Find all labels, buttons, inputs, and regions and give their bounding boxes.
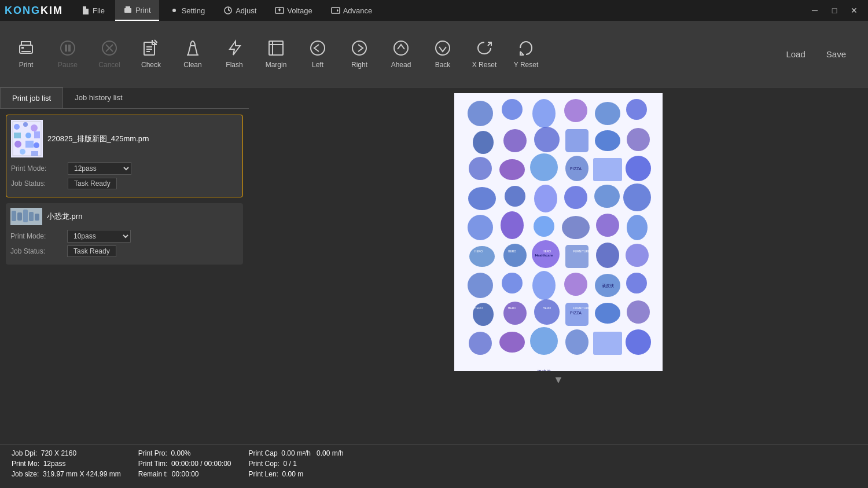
svg-point-91 — [499, 332, 525, 353]
svg-point-52 — [595, 130, 620, 151]
svg-point-67 — [501, 211, 524, 239]
svg-text:FURNITURE: FURNITURE — [573, 306, 591, 310]
job-card-1[interactable]: 220825_排版新图_425mm.prn Print Mode: 12pass… — [6, 115, 243, 197]
svg-rect-39 — [29, 212, 34, 221]
svg-point-50 — [534, 127, 560, 152]
nav-file[interactable]: File — [72, 0, 113, 21]
tab-job-history[interactable]: Job history list — [63, 87, 134, 108]
svg-point-28 — [25, 133, 31, 138]
svg-rect-51 — [565, 129, 589, 152]
load-button[interactable]: Load — [781, 47, 810, 61]
svg-point-81 — [564, 273, 587, 296]
time-row: Print Tim: 00:00:00 / 00:00:00 — [138, 460, 231, 468]
svg-point-68 — [534, 216, 554, 237]
left-button[interactable]: Left — [297, 28, 338, 80]
svg-point-71 — [627, 215, 648, 240]
svg-text:PIZZA: PIZZA — [570, 311, 582, 315]
print-button[interactable]: Print — [6, 28, 46, 80]
svg-point-49 — [503, 129, 527, 152]
titlebar: KONGKIM File Print Setting Adjust Voltag… — [0, 0, 868, 21]
clean-icon — [183, 39, 202, 57]
job-status-row-2: Job Status: Task Ready — [10, 245, 238, 257]
advance-icon — [331, 6, 340, 15]
svg-point-89 — [627, 300, 650, 324]
svg-point-95 — [626, 329, 651, 355]
job-list: 220825_排版新图_425mm.prn Print Mode: 12pass… — [0, 109, 249, 270]
svg-point-33 — [20, 149, 25, 155]
svg-point-65 — [623, 184, 651, 211]
job-mode-select-1[interactable]: 12pass 10pass 8pass — [68, 162, 131, 175]
svg-point-64 — [594, 185, 620, 208]
job-header-1: 220825_排版新图_425mm.prn — [11, 120, 238, 157]
svg-point-70 — [596, 214, 619, 237]
status-col-1: Job Dpi: 720 X 2160 Print Mo: 12pass Job… — [12, 449, 121, 488]
svg-rect-75 — [565, 245, 589, 268]
job-mode-select-2[interactable]: 10pass 12pass 8pass — [67, 230, 131, 243]
cancel-icon — [100, 39, 119, 57]
svg-point-77 — [626, 244, 649, 267]
right-icon — [350, 39, 369, 57]
cap-row: Print Cap 0.00 m²/h 0.00 m/h — [249, 449, 344, 457]
job-status-1: Task Ready — [68, 178, 117, 189]
setting-icon — [170, 6, 179, 15]
titlebar-controls: ─ □ ✕ — [806, 2, 863, 19]
yreset-icon — [517, 39, 535, 57]
tab-print-job-list[interactable]: Print job list — [0, 87, 63, 108]
svg-point-44 — [532, 99, 556, 128]
back-button[interactable]: Back — [422, 28, 463, 80]
canvas-area: Healthcare HERO HERO HERO FURNITURE HERO… — [249, 87, 868, 438]
svg-point-73 — [503, 244, 527, 267]
svg-text:HERO: HERO — [508, 249, 517, 253]
nav-adjust[interactable]: Adjust — [215, 0, 264, 21]
minimize-button[interactable]: ─ — [806, 2, 824, 19]
status-col-2: Print Pro: 0.00% Print Tim: 00:00:00 / 0… — [138, 449, 231, 488]
job-title-1: 220825_排版新图_425mm.prn — [47, 134, 149, 144]
cancel-button[interactable]: Cancel — [89, 28, 130, 80]
status-col-3: Print Cap 0.00 m²/h 0.00 m/h Print Cop: … — [249, 449, 344, 488]
flash-button[interactable]: Flash — [214, 28, 255, 80]
nav-setting[interactable]: Setting — [161, 0, 213, 21]
titlebar-left: KONGKIM File Print Setting Adjust Voltag… — [5, 0, 380, 21]
svg-rect-13 — [269, 41, 283, 55]
mode-row: Print Mo: 12pass — [12, 460, 121, 468]
svg-text:HERO: HERO — [543, 306, 551, 310]
clean-button[interactable]: Clean — [172, 28, 213, 80]
tab-bar: Print job list Job history list — [0, 87, 249, 109]
nav-voltage[interactable]: Voltage — [267, 0, 320, 21]
svg-point-19 — [436, 41, 450, 55]
margin-icon — [267, 39, 285, 57]
svg-point-83 — [626, 273, 647, 293]
close-button[interactable]: ✕ — [845, 2, 863, 19]
svg-point-42 — [468, 101, 493, 126]
margin-button[interactable]: Margin — [256, 28, 296, 80]
xreset-button[interactable]: X Reset — [464, 28, 505, 80]
maximize-button[interactable]: □ — [825, 2, 844, 19]
print-tb-icon — [17, 39, 35, 57]
svg-rect-34 — [31, 151, 38, 156]
nav-advance[interactable]: Advance — [323, 0, 381, 21]
svg-point-53 — [627, 128, 650, 151]
remain-row: Remain t: 00:00:00 — [138, 470, 231, 478]
save-button[interactable]: Save — [822, 47, 851, 61]
svg-point-85 — [503, 302, 527, 325]
job-status-2: Task Ready — [67, 245, 116, 257]
svg-rect-6 — [21, 47, 24, 49]
pause-button[interactable]: Pause — [47, 28, 88, 80]
nav-print[interactable]: Print — [115, 0, 159, 21]
print-preview: Healthcare HERO HERO HERO FURNITURE HERO… — [454, 93, 663, 371]
job-card-2[interactable]: 小恐龙.prn Print Mode: 10pass 12pass 8pass … — [6, 203, 243, 265]
svg-point-59 — [626, 156, 651, 181]
job-header-2: 小恐龙.prn — [10, 208, 238, 225]
svg-point-93 — [565, 329, 589, 355]
svg-point-48 — [473, 131, 494, 154]
svg-point-47 — [626, 99, 647, 120]
check-button[interactable]: Check — [131, 28, 171, 80]
preview-svg: Healthcare HERO HERO HERO FURNITURE HERO… — [454, 93, 663, 371]
right-button[interactable]: Right — [339, 28, 380, 80]
svg-rect-8 — [65, 45, 67, 52]
svg-point-66 — [468, 215, 493, 240]
yreset-button[interactable]: Y Reset — [506, 28, 546, 80]
xreset-icon — [475, 39, 494, 57]
svg-text:HERO: HERO — [475, 249, 483, 253]
ahead-button[interactable]: Ahead — [381, 28, 421, 80]
